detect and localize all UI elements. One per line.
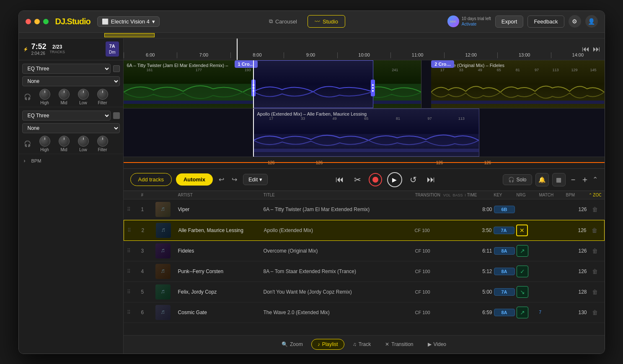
mid-knob-control-2[interactable]	[59, 136, 70, 147]
eq-none-1[interactable]: None	[22, 76, 120, 86]
expand-icon[interactable]: ›	[22, 156, 27, 165]
timeline-highlight[interactable]	[104, 33, 155, 37]
high-knob-control-2[interactable]	[39, 136, 50, 147]
project-selector[interactable]: ⬜ Electric Vision 4 ▾	[97, 16, 160, 27]
drag-handle-4[interactable]: ⠿	[127, 268, 140, 274]
track-row-3[interactable]: ⠿ 3 🎵 Fideles Overcome (Original Mix) CF…	[124, 241, 605, 261]
bpm-value-1: 126	[268, 160, 275, 165]
drag-handle[interactable]: ⠿	[127, 207, 140, 212]
bpm-6: 130	[566, 310, 587, 315]
eq-toggle-1[interactable]	[113, 65, 120, 72]
grid-icon-button[interactable]: ▦	[552, 173, 566, 186]
high-knob-control-1[interactable]	[39, 89, 50, 100]
key-badge-2: 7A	[494, 227, 514, 234]
mixed-in-key-widget: MiK 10 days trial left Activate	[447, 15, 491, 27]
filter-knob-control-2[interactable]	[97, 136, 108, 147]
eq-filter-1[interactable]: EQ Three	[22, 64, 111, 74]
add-tracks-button[interactable]: Add tracks	[130, 173, 172, 186]
skip-forward-button[interactable]: ⏭	[593, 45, 600, 54]
track-number-5: 5	[141, 289, 154, 295]
record-button[interactable]	[369, 173, 382, 186]
col-num: #	[141, 193, 154, 197]
delete-button-4[interactable]: 🗑	[589, 268, 601, 275]
eq-toggle-2[interactable]	[113, 112, 120, 119]
low-knob-control-1[interactable]	[78, 89, 89, 100]
skip-to-start-button[interactable]: ⏮	[333, 173, 346, 186]
title-6: The Wave 2.0 (Extended Mix)	[264, 310, 414, 315]
waveform-track-1[interactable]: 6A – Titty Twister (Jam El Mar Extended …	[124, 60, 605, 109]
track-tab[interactable]: ♫ Track	[347, 339, 377, 349]
track-row-2[interactable]: ⠿ 2 🎵 Alle Farben, Maurice Lessing Apoll…	[124, 220, 605, 241]
waveform-track-2[interactable]: Apollo (Extended Mix) – Alle Farben, Mau…	[124, 108, 605, 157]
eq-none-2[interactable]: None	[22, 123, 120, 133]
playlist-tab[interactable]: ♪ Playlist	[311, 339, 344, 350]
studio-mode-button[interactable]: 〰 Studio	[308, 15, 345, 28]
delete-button-2[interactable]: 🗑	[588, 227, 601, 234]
automix-button[interactable]: Automix	[176, 173, 213, 186]
solo-button[interactable]: 🎧 Solo	[503, 174, 532, 185]
headphone-icon-1[interactable]: 🎧	[24, 93, 31, 100]
bpm-bar: 126 126 126 126	[124, 157, 605, 168]
title-5: Don't You Want Me (Jordy Copz Remix)	[264, 289, 414, 295]
delete-button-3[interactable]: 🗑	[589, 248, 601, 254]
bpm-row: › BPM	[19, 154, 123, 168]
drag-handle-2[interactable]: ⠿	[127, 227, 140, 233]
bpm-5: 128	[566, 289, 587, 295]
bpm-value-4: 126	[484, 160, 491, 165]
video-tab[interactable]: ▶ Video	[422, 339, 452, 349]
traffic-lights	[26, 19, 49, 24]
mid-knob-control-1[interactable]	[59, 89, 70, 100]
skip-forward-transport[interactable]: ⏭	[424, 173, 438, 186]
feedback-button[interactable]: Feedback	[527, 15, 564, 28]
cue-button[interactable]: ✂	[352, 173, 364, 186]
transition-tab[interactable]: ✕ Transition	[379, 339, 419, 349]
drag-handle-6[interactable]: ⠿	[127, 310, 140, 315]
col-match: MATCH	[539, 193, 564, 197]
carousel-icon: ⧉	[269, 18, 273, 25]
headphone-icon-2[interactable]: 🎧	[24, 140, 31, 147]
zoom-out-button[interactable]: －	[569, 174, 577, 185]
track-row-4[interactable]: ⠿ 4 🎵 Punk--Ferry Corsten 8A – Tom Staar…	[124, 261, 605, 282]
close-button[interactable]	[26, 19, 31, 24]
undo-button[interactable]: ↩	[217, 174, 226, 185]
delete-button-6[interactable]: 🗑	[589, 309, 601, 316]
track-number-3: 3	[141, 248, 154, 254]
playhead-waveform-2	[253, 108, 254, 157]
eq-filter-2[interactable]: EQ Three	[22, 111, 111, 121]
title-bar: DJ.Studio ⬜ Electric Vision 4 ▾ ⧉ Carous…	[19, 11, 605, 33]
low-knob-control-2[interactable]	[78, 136, 89, 147]
export-button[interactable]: Export	[495, 15, 524, 28]
track-list: # ARTIST TITLE TRANSITION VOL BASS FILTE…	[124, 191, 605, 335]
delete-button-1[interactable]: 🗑	[589, 206, 601, 213]
zoom-tab[interactable]: 🔍 Zoom	[276, 339, 309, 349]
delete-button-5[interactable]: 🗑	[589, 289, 601, 295]
filter-knob-control-1[interactable]	[97, 89, 108, 100]
zoom-in-button[interactable]: ＋	[581, 174, 589, 185]
play-button[interactable]: ▶	[387, 172, 402, 187]
edit-button[interactable]: Edit ▾	[243, 174, 268, 185]
timeline-overview[interactable]	[19, 33, 605, 39]
minimize-button[interactable]	[34, 19, 40, 24]
app-logo: DJ.Studio	[55, 17, 90, 26]
redo-button[interactable]: ↪	[230, 174, 239, 185]
skip-back-button[interactable]: ⏮	[582, 45, 589, 54]
title-3: Overcome (Original Mix)	[264, 248, 414, 254]
track-row-1[interactable]: ⠿ 1 🎵 Viper 6A – Titty Twister (Jam El M…	[124, 199, 605, 220]
carousel-mode-button[interactable]: ⧉ Carousel	[262, 15, 304, 28]
collapse-button[interactable]: ⌃	[592, 176, 598, 183]
track-row-6[interactable]: ⠿ 6 🎵 Cosmic Gate The Wave 2.0 (Extended…	[124, 302, 605, 323]
nrg-icon-5: ↘	[517, 286, 528, 298]
drag-handle-3[interactable]: ⠿	[127, 248, 140, 254]
bpm-value-3: 126	[436, 160, 443, 165]
maximize-button[interactable]	[43, 19, 49, 24]
activate-link[interactable]: Activate	[462, 21, 491, 27]
settings-icon[interactable]: ⚙	[569, 15, 581, 28]
low-knob-2: Low	[78, 136, 89, 152]
section-handle-right[interactable]	[371, 80, 375, 96]
user-avatar[interactable]: 👤	[585, 15, 598, 28]
loop-button[interactable]: ↺	[407, 173, 419, 186]
bell-icon-button[interactable]: 🔔	[535, 173, 549, 186]
main-area: ⚡ 7:52 2:04:26 2/23 TRACKS 7ADm EQ Th	[19, 39, 605, 354]
drag-handle-5[interactable]: ⠿	[127, 289, 140, 295]
track-row-5[interactable]: ⠿ 5 🎵 Felix, Jordy Copz Don't You Want M…	[124, 282, 605, 302]
